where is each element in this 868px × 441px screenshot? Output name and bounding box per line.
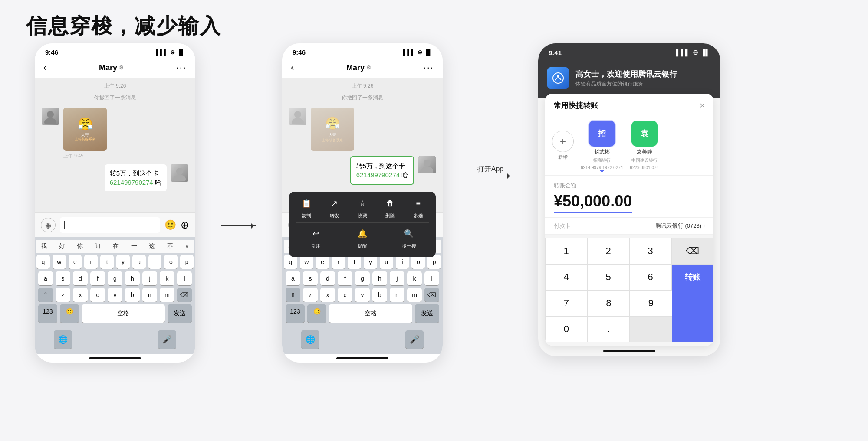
suggestion-2[interactable]: 好	[59, 242, 65, 250]
p2-key-l[interactable]: l	[424, 271, 439, 285]
p2-key-v[interactable]: v	[355, 288, 370, 302]
phone1-emoji-button[interactable]: 🙂	[164, 219, 176, 231]
suggestion-8[interactable]: 不	[167, 242, 173, 250]
p2-key-space[interactable]: 空格	[329, 304, 412, 323]
p2-key-b[interactable]: b	[372, 288, 387, 302]
key-q[interactable]: q	[36, 255, 50, 269]
suggestion-5[interactable]: 在	[113, 242, 119, 250]
key-p[interactable]: p	[180, 255, 194, 269]
phone2-more-button[interactable]: ···	[424, 62, 434, 73]
phone1-text-input[interactable]	[60, 217, 160, 233]
key-u[interactable]: u	[132, 255, 146, 269]
p2-key-x[interactable]: x	[320, 288, 335, 302]
key-f[interactable]: f	[90, 271, 105, 285]
key-k[interactable]: k	[160, 271, 174, 285]
phone1-more-button[interactable]: ···	[176, 62, 187, 73]
phone1-back-button[interactable]: ‹	[43, 62, 46, 73]
numpad-4[interactable]: 4	[545, 264, 587, 290]
numpad-dot[interactable]: .	[588, 316, 630, 342]
key-h[interactable]: h	[125, 271, 140, 285]
numpad-6[interactable]: 6	[629, 264, 671, 290]
key-v[interactable]: v	[108, 288, 122, 302]
p2-key-shift[interactable]: ⇧	[286, 288, 300, 302]
expand-suggestions[interactable]: ∨	[185, 243, 189, 250]
key-d[interactable]: d	[73, 271, 88, 285]
key-x[interactable]: x	[73, 288, 88, 302]
key-n[interactable]: n	[142, 288, 157, 302]
key-b[interactable]: b	[125, 288, 140, 302]
numpad-3[interactable]: 3	[629, 238, 671, 264]
numpad-1[interactable]: 1	[545, 238, 587, 264]
key-i[interactable]: i	[148, 255, 162, 269]
key-o[interactable]: o	[164, 255, 178, 269]
p2-key-emoji[interactable]: 🙂	[307, 304, 326, 323]
key-m[interactable]: m	[160, 288, 174, 302]
p2-key-j[interactable]: j	[390, 271, 404, 285]
ctx-forward[interactable]: ↗ 转发	[324, 196, 345, 219]
numpad-delete[interactable]: ⌫	[671, 238, 713, 264]
p2-key-d[interactable]: d	[320, 271, 335, 285]
numpad-9[interactable]: 9	[630, 290, 672, 316]
ctx-search[interactable]: 🔍 搜一搜	[398, 226, 420, 249]
key-send[interactable]: 发送	[168, 304, 192, 323]
suggestion-7[interactable]: 这	[149, 242, 155, 250]
p2-key-mic[interactable]: 🎤	[405, 330, 424, 349]
key-space[interactable]: 空格	[82, 304, 165, 323]
p2-key-k[interactable]: k	[407, 271, 422, 285]
p2-key-f[interactable]: f	[338, 271, 352, 285]
ctx-remind[interactable]: 🔔 提醒	[352, 226, 373, 249]
key-emoji[interactable]: 🙂	[60, 304, 79, 323]
key-y[interactable]: y	[116, 255, 130, 269]
key-shift[interactable]: ⇧	[38, 288, 53, 302]
key-mic[interactable]: 🎤	[158, 330, 176, 349]
payee-zhaoWubin[interactable]: 招 赵武彬 招商银行 6214 9979 1972 0274	[581, 121, 623, 170]
ctx-copy[interactable]: 📋 复制	[296, 196, 317, 219]
key-s[interactable]: s	[56, 271, 70, 285]
p2-key-g[interactable]: g	[355, 271, 370, 285]
p2-key-send[interactable]: 发送	[415, 304, 439, 323]
p2-key-s[interactable]: s	[303, 271, 318, 285]
p2-key-h[interactable]: h	[372, 271, 387, 285]
key-globe[interactable]: 🌐	[54, 330, 72, 349]
suggestion-3[interactable]: 你	[77, 242, 83, 250]
p2-key-z[interactable]: z	[303, 288, 318, 302]
payee-yuanMeijing[interactable]: 袁 袁美静 中国建设银行 6229 3801 074	[630, 121, 659, 170]
key-w[interactable]: w	[53, 255, 66, 269]
key-l[interactable]: l	[177, 271, 192, 285]
p2-key-c[interactable]: c	[338, 288, 352, 302]
p2-key-n[interactable]: n	[390, 288, 404, 302]
numpad-0[interactable]: 0	[545, 316, 588, 342]
phone1-add-button[interactable]: ⊕	[181, 219, 189, 231]
phone2-back-button[interactable]: ‹	[291, 62, 294, 73]
suggestion-6[interactable]: 一	[131, 242, 137, 250]
key-t[interactable]: t	[100, 255, 114, 269]
numpad-8[interactable]: 8	[588, 290, 630, 316]
key-r[interactable]: r	[84, 255, 98, 269]
p2-key-a[interactable]: a	[286, 271, 300, 285]
key-z[interactable]: z	[56, 288, 70, 302]
numpad-transfer[interactable]: 转账	[671, 264, 713, 290]
p2-key-delete[interactable]: ⌫	[424, 288, 439, 302]
p2-key-globe[interactable]: 🌐	[301, 330, 319, 349]
key-a[interactable]: a	[38, 271, 53, 285]
ctx-delete[interactable]: 🗑 删除	[379, 196, 401, 219]
suggestion-1[interactable]: 我	[41, 242, 47, 250]
key-delete[interactable]: ⌫	[177, 288, 192, 302]
p2-key-123[interactable]: 123	[286, 304, 305, 323]
numpad-5[interactable]: 5	[587, 264, 629, 290]
suggestion-4[interactable]: 订	[95, 242, 101, 250]
p2-key-m[interactable]: m	[407, 288, 422, 302]
key-e[interactable]: e	[69, 255, 82, 269]
ctx-quote[interactable]: ↩ 引用	[305, 226, 327, 249]
key-g[interactable]: g	[108, 271, 122, 285]
numpad-7[interactable]: 7	[545, 290, 588, 316]
ctx-collect[interactable]: ☆ 收藏	[352, 196, 373, 219]
transfer-close-button[interactable]: ×	[700, 101, 705, 111]
numpad-2[interactable]: 2	[587, 238, 629, 264]
phone1-voice-button[interactable]: ◉	[41, 218, 56, 232]
ctx-multiselect[interactable]: ≡ 多选	[408, 196, 429, 219]
key-123[interactable]: 123	[38, 304, 57, 323]
key-j[interactable]: j	[142, 271, 157, 285]
key-c[interactable]: c	[90, 288, 105, 302]
payee-add-button[interactable]: + 新增	[552, 131, 574, 160]
